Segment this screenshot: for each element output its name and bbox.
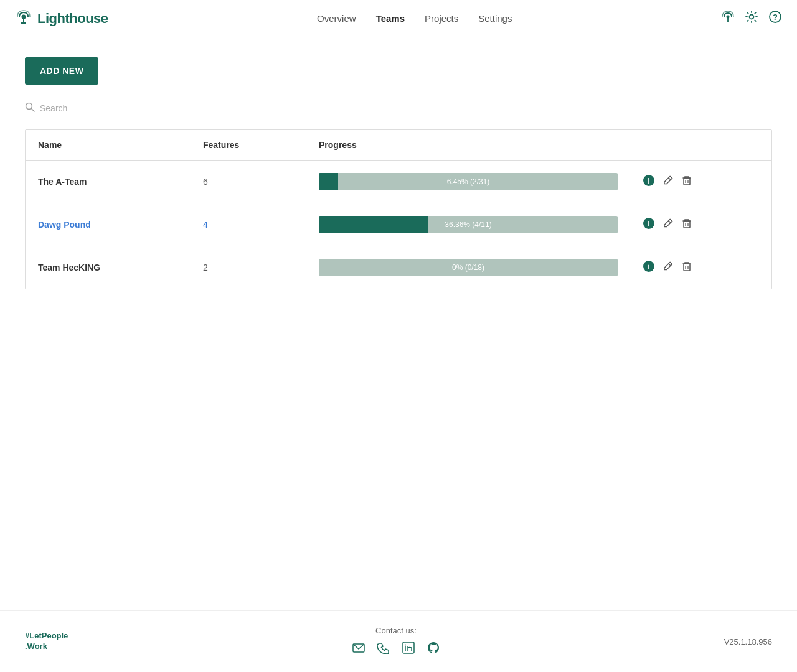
team-name-text[interactable]: Dawg Pound <box>38 220 91 230</box>
svg-line-18 <box>669 221 671 223</box>
linkedin-icon[interactable] <box>402 642 415 657</box>
action-buttons: i <box>643 217 759 233</box>
action-cell: i <box>630 161 771 203</box>
nav-teams[interactable]: Teams <box>376 11 405 26</box>
team-name-cell: The A-Team <box>26 161 191 203</box>
action-cell: i <box>630 246 771 289</box>
svg-line-9 <box>32 109 35 112</box>
svg-text:i: i <box>648 262 650 271</box>
delete-icon[interactable] <box>681 175 692 189</box>
svg-line-12 <box>669 178 671 180</box>
header: Lighthouse Overview Teams Projects Setti… <box>0 0 797 37</box>
svg-text:?: ? <box>773 12 778 22</box>
action-cell: i <box>630 203 771 246</box>
col-progress: Progress <box>306 130 771 161</box>
progress-bar-fill <box>319 173 338 190</box>
search-input[interactable] <box>40 103 227 113</box>
features-cell[interactable]: 4 <box>191 203 306 246</box>
main-content: ADD NEW Name Features Progress The A-Tea… <box>0 37 797 610</box>
progress-label: 6.45% (2/31) <box>447 177 490 186</box>
progress-label: 0% (0/18) <box>452 263 484 272</box>
email-icon[interactable] <box>352 642 365 657</box>
svg-text:i: i <box>648 219 650 228</box>
tagline-line2: .Work <box>25 642 68 652</box>
progress-bar: 0% (0/18) <box>319 259 618 276</box>
progress-bar-fill <box>319 216 428 233</box>
tagline-line1: #LetPeople <box>25 631 68 642</box>
main-nav: Overview Teams Projects Settings <box>317 11 512 26</box>
svg-text:i: i <box>648 176 650 185</box>
info-icon[interactable]: i <box>643 260 655 276</box>
footer-tagline: #LetPeople .Work <box>25 631 68 652</box>
info-icon[interactable]: i <box>643 174 655 190</box>
table-header-row: Name Features Progress <box>26 130 771 161</box>
edit-icon[interactable] <box>663 261 674 274</box>
antenna-icon[interactable] <box>721 10 735 27</box>
logo-area: Lighthouse <box>15 8 108 29</box>
nav-overview[interactable]: Overview <box>317 11 356 26</box>
svg-rect-19 <box>684 221 690 228</box>
help-icon[interactable]: ? <box>768 10 782 27</box>
progress-bar: 36.36% (4/11) <box>319 216 618 233</box>
svg-rect-13 <box>684 178 690 185</box>
phone-icon[interactable] <box>377 642 390 657</box>
table-row: Dawg Pound 4 36.36% (4/11) i <box>26 203 771 246</box>
nav-settings[interactable]: Settings <box>478 11 512 26</box>
progress-bar: 6.45% (2/31) <box>319 173 618 190</box>
teams-table: Name Features Progress The A-Team 6 6.45… <box>26 130 771 289</box>
version-label: V25.1.18.956 <box>724 637 772 646</box>
progress-cell: 6.45% (2/31) <box>306 161 630 203</box>
info-icon[interactable]: i <box>643 217 655 233</box>
teams-table-container: Name Features Progress The A-Team 6 6.45… <box>25 129 772 289</box>
svg-point-5 <box>750 15 754 19</box>
features-cell: 6 <box>191 161 306 203</box>
delete-icon[interactable] <box>681 261 692 274</box>
search-icon <box>25 102 35 114</box>
gear-icon[interactable] <box>745 10 758 27</box>
progress-cell: 0% (0/18) <box>306 246 630 289</box>
logo-icon <box>15 8 32 29</box>
col-features: Features <box>191 130 306 161</box>
footer: #LetPeople .Work Contact us: <box>0 610 797 672</box>
features-count-text: 6 <box>203 177 208 187</box>
add-new-button[interactable]: ADD NEW <box>25 57 98 85</box>
header-actions: ? <box>721 10 782 27</box>
edit-icon[interactable] <box>663 218 674 231</box>
svg-rect-25 <box>684 264 690 271</box>
features-cell: 2 <box>191 246 306 289</box>
svg-line-24 <box>669 264 671 266</box>
table-row: Team HecKING 2 0% (0/18) i <box>26 246 771 289</box>
team-name-cell[interactable]: Dawg Pound <box>26 203 191 246</box>
action-buttons: i <box>643 174 759 190</box>
nav-projects[interactable]: Projects <box>425 11 458 26</box>
progress-label: 36.36% (4/11) <box>445 220 491 229</box>
team-name-text: Team HecKING <box>38 263 100 273</box>
features-count-text[interactable]: 4 <box>203 220 208 230</box>
col-name: Name <box>26 130 191 161</box>
features-count-text: 2 <box>203 263 208 273</box>
contact-label: Contact us: <box>375 626 417 635</box>
footer-contact: Contact us: <box>352 626 440 657</box>
action-buttons: i <box>643 260 759 276</box>
team-name-text: The A-Team <box>38 177 87 187</box>
svg-point-32 <box>405 645 406 646</box>
github-icon[interactable] <box>427 642 440 657</box>
table-row: The A-Team 6 6.45% (2/31) i <box>26 161 771 203</box>
contact-icons <box>352 642 440 657</box>
search-bar <box>25 102 772 119</box>
app-title: Lighthouse <box>37 11 108 27</box>
delete-icon[interactable] <box>681 218 692 231</box>
team-name-cell: Team HecKING <box>26 246 191 289</box>
progress-cell: 36.36% (4/11) <box>306 203 630 246</box>
edit-icon[interactable] <box>663 175 674 189</box>
